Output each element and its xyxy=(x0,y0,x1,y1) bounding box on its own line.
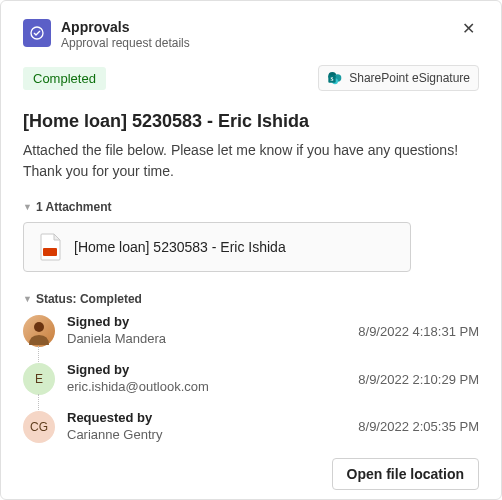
provider-label: SharePoint eSignature xyxy=(349,71,470,85)
chevron-down-icon: ▼ xyxy=(23,294,32,304)
timeline-text: Signed by Daniela Mandera xyxy=(67,314,346,348)
timeline-text: Requested by Carianne Gentry xyxy=(67,410,346,444)
timeline-text: Signed by eric.ishida@outlook.com xyxy=(67,362,346,396)
approval-details-panel: Approvals Approval request details ✕ Com… xyxy=(0,0,502,500)
status-section-header[interactable]: ▼ Status: Completed xyxy=(23,292,479,306)
open-file-location-button[interactable]: Open file location xyxy=(332,458,479,490)
timeline-user: eric.ishida@outlook.com xyxy=(67,379,346,396)
header-text: Approvals Approval request details xyxy=(61,19,448,51)
svg-point-0 xyxy=(31,27,43,39)
pdf-file-icon xyxy=(38,233,62,261)
svg-point-7 xyxy=(34,322,44,332)
attachment-name: [Home loan] 5230583 - Eric Ishida xyxy=(74,239,286,255)
avatar-initial: E xyxy=(35,372,43,386)
avatar: E xyxy=(23,363,55,395)
status-row: Completed S SharePoint eSignature xyxy=(23,65,479,91)
request-title: [Home loan] 5230583 - Eric Ishida xyxy=(23,111,479,132)
status-timeline: Signed by Daniela Mandera 8/9/2022 4:18:… xyxy=(23,314,479,443)
header-subtitle: Approval request details xyxy=(61,36,448,52)
timeline-action: Requested by xyxy=(67,410,346,427)
timeline-timestamp: 8/9/2022 2:05:35 PM xyxy=(358,419,479,434)
close-icon: ✕ xyxy=(462,20,475,37)
avatar: CG xyxy=(23,411,55,443)
header-title: Approvals xyxy=(61,19,448,36)
panel-footer: Open file location xyxy=(23,458,479,490)
timeline-item: Signed by Daniela Mandera 8/9/2022 4:18:… xyxy=(23,314,479,348)
timeline-user: Daniela Mandera xyxy=(67,331,346,348)
status-badge: Completed xyxy=(23,67,106,90)
timeline-item: CG Requested by Carianne Gentry 8/9/2022… xyxy=(23,410,479,444)
timeline-action: Signed by xyxy=(67,314,346,331)
status-section-label: Status: Completed xyxy=(36,292,142,306)
svg-text:S: S xyxy=(331,76,334,82)
timeline-item: E Signed by eric.ishida@outlook.com 8/9/… xyxy=(23,362,479,396)
attachments-count-label: 1 Attachment xyxy=(36,200,112,214)
attachments-header[interactable]: ▼ 1 Attachment xyxy=(23,200,479,214)
panel-header: Approvals Approval request details ✕ xyxy=(23,19,479,51)
svg-rect-6 xyxy=(43,248,57,256)
approvals-app-icon xyxy=(23,19,51,47)
provider-badge: S SharePoint eSignature xyxy=(318,65,479,91)
chevron-down-icon: ▼ xyxy=(23,202,32,212)
avatar-initial: CG xyxy=(30,420,48,434)
avatar xyxy=(23,315,55,347)
request-message: Attached the file below. Please let me k… xyxy=(23,140,479,182)
close-button[interactable]: ✕ xyxy=(458,19,479,39)
timeline-timestamp: 8/9/2022 2:10:29 PM xyxy=(358,372,479,387)
timeline-timestamp: 8/9/2022 4:18:31 PM xyxy=(358,324,479,339)
sharepoint-icon: S xyxy=(327,70,343,86)
timeline-action: Signed by xyxy=(67,362,346,379)
timeline-user: Carianne Gentry xyxy=(67,427,346,444)
attachment-item[interactable]: [Home loan] 5230583 - Eric Ishida xyxy=(23,222,411,272)
